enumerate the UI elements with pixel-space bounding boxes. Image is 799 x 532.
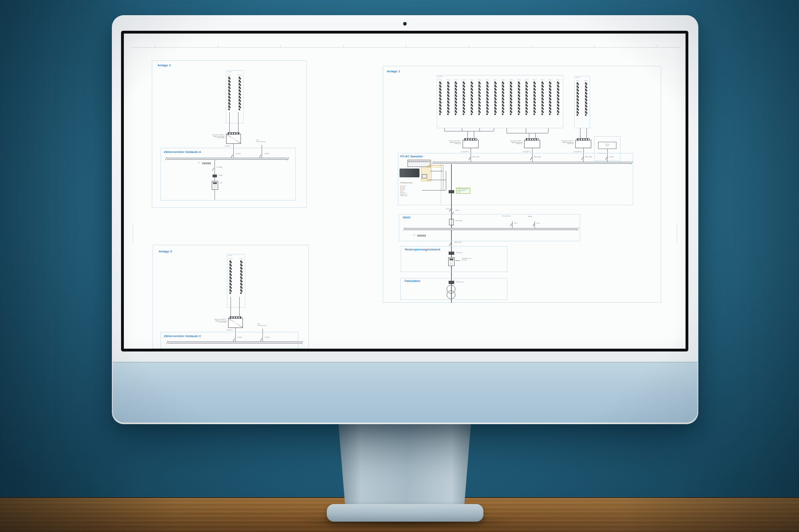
ac-symbol: ~: [589, 146, 590, 148]
imac-stand-base: [327, 504, 483, 522]
pv-string-label: String 8: [493, 79, 498, 81]
breaker-label: LS B25A: [236, 153, 240, 155]
inverter-symbol: = ~: [575, 140, 591, 148]
page-top-rule: [132, 47, 681, 48]
fold-tick: [657, 45, 657, 47]
wire: [446, 171, 446, 190]
fuse-symbol: [449, 219, 454, 225]
ac-symbol: ~: [538, 146, 539, 148]
pv-string: String 1: [438, 79, 443, 115]
cable-label: NAYY-J: [455, 210, 459, 212]
nshv-title: NSHV: [403, 216, 410, 219]
ac-cable-label: AC WR 2.1: [204, 146, 231, 147]
pv-module-chain: [525, 81, 527, 115]
anlage1-roof-main-label: Dach B: [438, 76, 442, 78]
pv-module-chain: [486, 81, 488, 115]
pv-string: String 1: [229, 258, 233, 294]
spd-note-line: 25 kA: [457, 192, 469, 193]
grid-feed-line: Hauseinspeisung: [256, 141, 266, 143]
pv-string-label: String 1: [438, 79, 443, 81]
pv-string: String 9: [501, 79, 505, 115]
schematic-page: Anlage 2 Dach A String 1String 2 = ~ Wec…: [124, 34, 686, 349]
sammler-title: PV-AC Sammler: [400, 155, 423, 158]
pv-module-chain: [228, 77, 230, 110]
fold-tick: [594, 45, 594, 47]
pv-module-chain: [541, 81, 543, 115]
pv-string-label: String 3: [454, 79, 458, 81]
inverter-labels: Wechselrichter WR 2.1SMA Sunny Tripower8…: [197, 135, 225, 139]
fold-tick: [343, 45, 344, 47]
trafo-comp-label: HH-Sicherung: [456, 282, 464, 283]
energy-meter: [212, 181, 218, 190]
inverter-label-line: CORE1 50.0: [499, 143, 523, 145]
fold-tick: [469, 45, 469, 47]
wire-yellow: [427, 167, 441, 167]
inverter-labels: Wechselrichter WR 1.1SMA Sunny TripowerC…: [438, 141, 461, 145]
pv-string-label: String 10: [509, 79, 513, 81]
pv-string-label: String 9: [501, 79, 505, 81]
dc-symbol: =: [227, 135, 228, 137]
breaker-label: LS B35A: [264, 337, 269, 339]
pv-string: String 12: [525, 79, 529, 115]
pv-module-chain: [439, 81, 441, 115]
inverter-labels: Wechselrichter WR 1.3SMA Sunny TripowerC…: [551, 141, 574, 145]
wire: [507, 128, 507, 133]
pv-module-chain: [239, 77, 240, 110]
imac-stand: [336, 423, 474, 507]
busbar: [405, 228, 577, 230]
wire: [422, 190, 446, 191]
pv-string-label: String 5: [470, 79, 474, 81]
anlage1-roof-side-label: Dach D: [576, 77, 580, 79]
pv-string-label: String 1: [229, 258, 233, 260]
anlage1-strings-main: String 1String 2String 3String 4String 5…: [438, 79, 560, 115]
ct-metering-labels: WandlermessungÜbergabe: [462, 258, 471, 261]
fold-tick: [280, 45, 281, 47]
webcam-dot: [403, 22, 407, 26]
imac-chin: [113, 362, 698, 423]
pv-string-label: String 2: [446, 79, 451, 81]
fuse-label: NH2 3x250A: [455, 220, 462, 222]
pv-module-chain: [455, 81, 456, 115]
breaker-label: LS B35A: [264, 153, 269, 155]
legend-line: WLAN Modul: [400, 195, 407, 197]
hh-fuse: [449, 281, 454, 284]
wire: [548, 128, 549, 133]
pv-string-label: String 2: [584, 80, 588, 81]
anlage2-roof-label: Dach A: [227, 71, 231, 73]
ac-symbol: ~: [477, 146, 477, 148]
inverter-labels: Wechselrichter WR 3.1SMA Sunny Tripower8…: [199, 319, 227, 324]
pv-string: String 4: [462, 79, 466, 115]
anlage1-title: Anlage 1: [387, 69, 400, 73]
pv-string-label: String 12: [525, 79, 529, 81]
pv-module-chain: [494, 81, 496, 115]
inverter-label-line: CORE1 50.0: [551, 143, 574, 145]
pv-string: String 2: [239, 258, 244, 294]
controller-label: PV-Messzentrale: [400, 182, 412, 184]
pv-string-label: String 13: [533, 79, 537, 81]
pv-string: String 15: [548, 79, 553, 115]
bracket-line: [455, 260, 460, 261]
inverter-symbol: = ~: [524, 140, 540, 148]
ct-metering-line: Übergabe: [462, 260, 471, 261]
nsn-title: Niederspannungsnetzwerk: [405, 248, 440, 251]
transformer-winding-2: [447, 290, 455, 299]
pv-string: String 11: [517, 79, 521, 115]
pv-string: String 3: [454, 79, 458, 115]
pv-string: String 14: [541, 79, 545, 115]
pv-string-label: String 1: [576, 80, 580, 81]
pv-string-label: String 16: [556, 79, 560, 81]
pv-string: String 2: [446, 79, 451, 115]
trafo-title: Trafostation: [404, 280, 420, 282]
fold-mark: [677, 223, 677, 243]
controller-module: [422, 174, 427, 179]
sls-label: SLS E35A: [217, 167, 222, 169]
fold-tick: [155, 45, 155, 47]
wire: [507, 133, 548, 133]
pv-module-chain: [533, 81, 535, 115]
wire: [512, 221, 513, 228]
wire: [526, 128, 526, 133]
controller-unit: [400, 169, 419, 177]
spd-note: SPD Überspannungs-ableiter Typ 1+225 kA: [456, 188, 470, 194]
drop-label: Abgang: [528, 216, 532, 218]
pv-module-chain: [478, 81, 480, 115]
